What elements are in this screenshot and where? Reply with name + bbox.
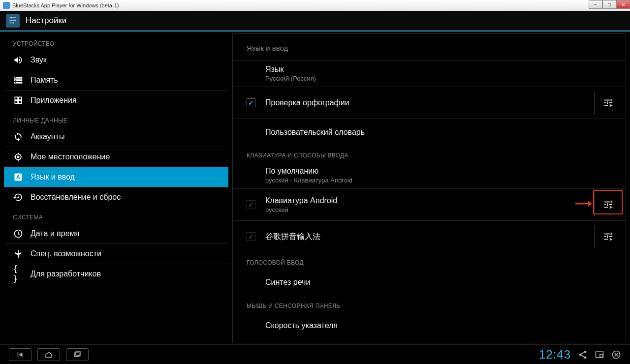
sidebar-label: Дата и время [31, 229, 79, 238]
section-keyboard: КЛАВИАТУРА И СПОСОБЫ ВВОДА [233, 145, 626, 162]
row-pinyin[interactable]: 谷歌拼音输入法 [233, 220, 626, 252]
share-icon[interactable] [578, 350, 588, 360]
default-sub: русский - Клавиатура Android [265, 177, 622, 184]
language-title: Язык [265, 65, 622, 74]
app-logo-icon [3, 2, 10, 9]
memory-icon [13, 75, 24, 86]
close-app-icon[interactable] [611, 350, 621, 360]
sidebar-label: Язык и ввод [31, 173, 75, 182]
sidebar-item-accounts[interactable]: Аккаунты [4, 127, 228, 147]
braces-icon: { } [13, 269, 24, 279]
back-button[interactable] [9, 348, 32, 361]
sidebar-item-apps[interactable]: Приложения [4, 91, 228, 110]
row-android-keyboard[interactable]: Клавиатура Android русский [233, 188, 626, 220]
window-title: BlueStacks App Player for Windows (beta-… [12, 2, 119, 8]
pointer-title: Скорость указателя [265, 321, 622, 330]
recent-apps-button[interactable] [66, 348, 89, 361]
android-kb-checkbox [247, 200, 255, 209]
android-kb-settings-button[interactable] [594, 193, 622, 216]
sidebar-label: Спец. возможности [31, 249, 101, 258]
default-title: По умолчанию [265, 167, 622, 176]
spellcheck-title: Проверка орфографии [265, 98, 594, 107]
minimize-button[interactable]: − [589, 0, 602, 9]
android-kb-title: Клавиатура Android [265, 196, 594, 205]
pinyin-checkbox [247, 232, 255, 241]
section-voice: ГОЛОСОВОЙ ВВОД [233, 252, 626, 269]
annotation-arrow-icon [575, 200, 592, 209]
sidebar: УСТРОЙСТВО Звук Память Приложения ЛИЧНЫЕ… [4, 33, 228, 343]
sidebar-item-accessibility[interactable]: Спец. возможности [4, 244, 228, 264]
section-mouse: МЫШЬ И СЕНСОРНАЯ ПАНЕЛЬ [233, 296, 626, 312]
window-titlebar: BlueStacks App Player for Windows (beta-… [0, 0, 630, 11]
category-personal: ЛИЧНЫЕ ДАННЫЕ [4, 110, 228, 127]
svg-rect-16 [600, 354, 603, 357]
row-dictionary[interactable]: Пользовательский словарь [233, 119, 626, 145]
maximize-button[interactable]: □ [602, 0, 616, 9]
navigation-bar: 12:43 [0, 344, 630, 364]
page-title: Настройки [26, 16, 66, 26]
row-spellcheck[interactable]: Проверка орфографии [233, 87, 626, 119]
sidebar-item-sound[interactable]: Звук [4, 50, 228, 70]
svg-point-2 [11, 17, 12, 19]
svg-point-0 [12, 22, 14, 24]
sidebar-label: Восстановление и сброс [31, 193, 121, 202]
sidebar-item-memory[interactable]: Память [4, 70, 228, 90]
location-icon [13, 152, 24, 162]
row-tts[interactable]: Синтез речи [233, 269, 626, 296]
svg-text:A: A [16, 174, 21, 180]
svg-point-14 [584, 356, 587, 359]
settings-header-icon [6, 14, 20, 28]
language-sub: Русский (Россия) [265, 75, 622, 82]
hand-icon [13, 248, 24, 259]
row-default[interactable]: По умолчанию русский - Клавиатура Androi… [233, 162, 626, 188]
pinyin-title: 谷歌拼音输入法 [265, 232, 594, 242]
sync-icon [13, 131, 24, 142]
svg-point-13 [579, 353, 582, 356]
sidebar-item-developer[interactable]: { } Для разработчиков [4, 264, 228, 284]
dictionary-title: Пользовательский словарь [265, 128, 622, 137]
main-panel: Язык и ввод Язык Русский (Россия) Провер… [232, 33, 626, 343]
category-system: СИСТЕМА [4, 207, 228, 224]
svg-point-12 [584, 350, 587, 353]
app-header: Настройки [0, 11, 630, 31]
row-pointer-speed[interactable]: Скорость указателя [233, 312, 626, 339]
sidebar-label: Звук [31, 56, 47, 64]
pinyin-settings-button[interactable] [594, 225, 622, 248]
home-button[interactable] [37, 348, 60, 361]
sidebar-label: Мое местоположение [31, 152, 110, 161]
backup-icon [13, 192, 24, 203]
sidebar-label: Приложения [31, 96, 77, 105]
sidebar-label: Память [31, 76, 58, 85]
tts-title: Синтез речи [265, 278, 622, 287]
svg-marker-9 [588, 201, 592, 207]
sidebar-item-location[interactable]: Мое местоположение [4, 147, 228, 167]
sound-icon [13, 55, 24, 65]
fullscreen-icon[interactable] [595, 350, 604, 360]
main-header: Язык и ввод [233, 34, 626, 60]
sidebar-item-datetime[interactable]: Дата и время [4, 224, 228, 243]
apps-icon [13, 95, 24, 106]
android-kb-sub: русский [265, 206, 594, 213]
svg-point-1 [14, 20, 16, 21]
status-clock: 12:43 [539, 348, 571, 362]
close-button[interactable]: ✕ [616, 0, 630, 9]
sidebar-item-backup[interactable]: Восстановление и сброс [4, 187, 228, 207]
svg-rect-10 [75, 353, 79, 357]
clock-icon [13, 228, 24, 239]
category-device: УСТРОЙСТВО [4, 33, 228, 50]
language-icon: A [13, 172, 24, 182]
row-language[interactable]: Язык Русский (Россия) [233, 60, 626, 87]
svg-point-3 [17, 156, 20, 158]
spellcheck-settings-button[interactable] [594, 91, 622, 115]
sidebar-label: Для разработчиков [31, 270, 101, 278]
svg-rect-11 [76, 352, 80, 356]
sidebar-item-language-input[interactable]: A Язык и ввод [4, 167, 228, 187]
spellcheck-checkbox[interactable] [247, 98, 255, 107]
sidebar-label: Аккаунты [31, 132, 64, 141]
